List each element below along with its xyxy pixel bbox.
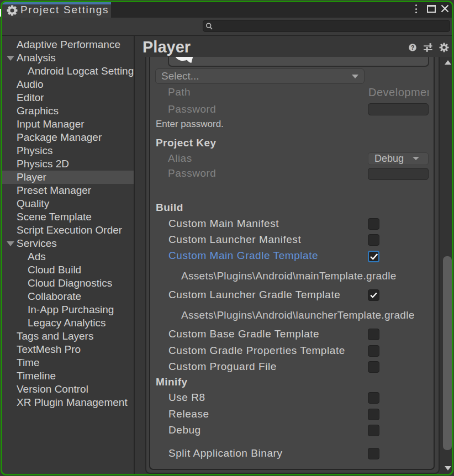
svg-text:?: ? [411, 44, 415, 51]
